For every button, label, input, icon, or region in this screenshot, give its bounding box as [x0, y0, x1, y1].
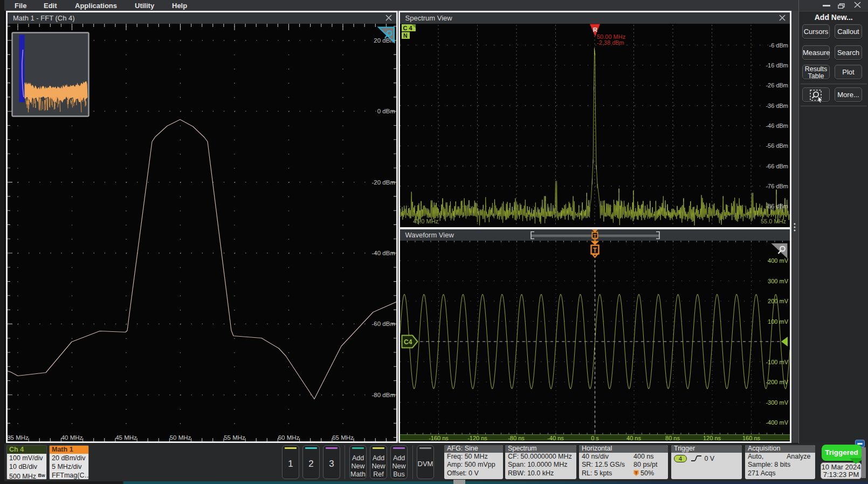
svg-text:0 dBm: 0 dBm	[377, 108, 395, 114]
svg-text:C4: C4	[404, 338, 412, 346]
svg-text:-76 dBm: -76 dBm	[766, 183, 788, 189]
svg-text:R: R	[593, 26, 597, 33]
svg-text:60 MHz: 60 MHz	[278, 434, 300, 441]
svg-text:55 MHz: 55 MHz	[224, 434, 245, 441]
svg-text:-36 dBm: -36 dBm	[766, 103, 788, 109]
svg-text:-6 dBm: -6 dBm	[769, 42, 788, 49]
svg-text:-26 dBm: -26 dBm	[766, 82, 788, 88]
svg-text:-46 dBm: -46 dBm	[766, 122, 788, 129]
svg-text:65 MHz: 65 MHz	[332, 434, 354, 441]
svg-text:100 mV: 100 mV	[768, 318, 789, 325]
svg-text:-100 mV: -100 mV	[766, 359, 788, 365]
svg-text:-66 dBm: -66 dBm	[766, 163, 788, 169]
svg-text:-16 dBm: -16 dBm	[766, 62, 788, 69]
svg-text:400 mV: 400 mV	[768, 257, 789, 264]
svg-text:T: T	[593, 232, 596, 238]
svg-text:45.0 MHz: 45.0 MHz	[413, 218, 438, 224]
svg-text:-20 dBm: -20 dBm	[372, 179, 395, 186]
svg-text:200 mV: 200 mV	[768, 298, 789, 304]
svg-text:-60 dBm: -60 dBm	[372, 321, 395, 327]
svg-text:-80 dBm: -80 dBm	[372, 392, 395, 398]
svg-text:-40 dBm: -40 dBm	[372, 250, 395, 256]
svg-text:-400 mV: -400 mV	[766, 419, 788, 426]
svg-text:-200 mV: -200 mV	[766, 379, 788, 385]
svg-text:T: T	[635, 471, 638, 475]
svg-text:-86 dBm: -86 dBm	[766, 203, 788, 209]
svg-text:55.0 MHz: 55.0 MHz	[760, 218, 786, 224]
svg-text:T: T	[593, 247, 597, 254]
svg-text:50 MHz: 50 MHz	[170, 434, 191, 441]
svg-text:40 MHz: 40 MHz	[61, 434, 83, 441]
svg-text:N: N	[403, 32, 408, 39]
svg-text:-56 dBm: -56 dBm	[766, 142, 788, 149]
svg-text:35 MHz: 35 MHz	[8, 434, 29, 441]
svg-text:C 4: C 4	[403, 25, 412, 31]
svg-text:-300 mV: -300 mV	[766, 399, 788, 406]
svg-text:300 mV: 300 mV	[768, 278, 789, 284]
svg-text:45 MHz: 45 MHz	[115, 434, 137, 441]
svg-text:-2.38 dBm: -2.38 dBm	[597, 39, 624, 46]
